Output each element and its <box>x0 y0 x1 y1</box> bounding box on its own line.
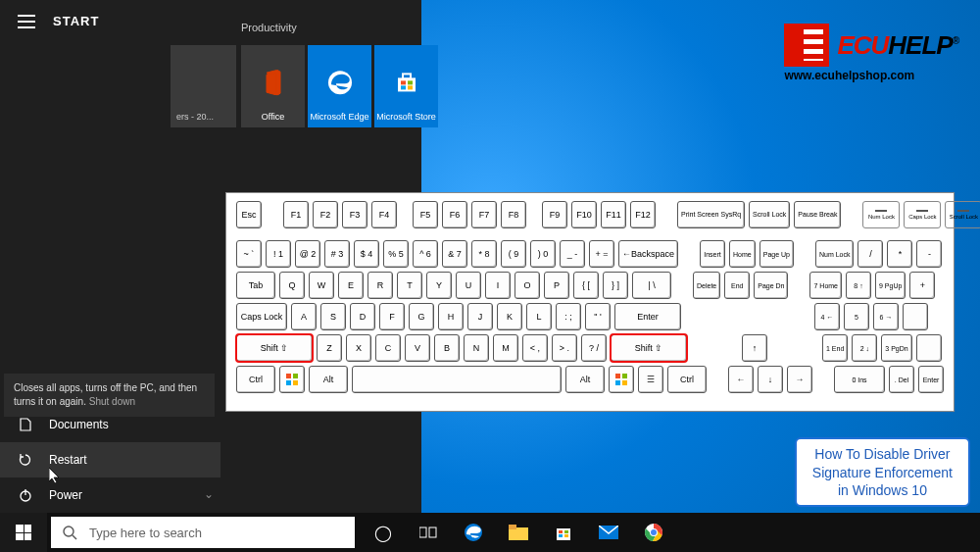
key-6: ^ 6 <box>413 240 438 268</box>
key-x: X <box>346 334 371 362</box>
taskbar-cortana[interactable]: ◯ <box>361 513 406 552</box>
key-rbracket: } ] <box>603 272 628 299</box>
taskbar-edge[interactable] <box>451 513 496 552</box>
key-7: & 7 <box>442 240 467 268</box>
key-ralt: Alt <box>565 366 605 393</box>
key-np6: 6 → <box>873 303 899 330</box>
key-3: # 3 <box>324 240 350 268</box>
key-f10: F10 <box>571 201 597 228</box>
key-f3: F3 <box>342 201 368 228</box>
key-k: K <box>497 303 522 330</box>
start-title: START <box>53 14 99 28</box>
key-pgdn: Page Dn <box>754 272 788 299</box>
key-np-add: + <box>909 272 935 299</box>
taskbar-chrome[interactable] <box>631 513 676 552</box>
key-v: V <box>405 334 430 362</box>
key-f9: F9 <box>542 201 567 228</box>
tile-group: Office Microsoft Edge Microsoft Store <box>241 45 438 127</box>
svg-rect-14 <box>615 374 620 378</box>
key-4: $ 4 <box>354 240 379 268</box>
key-enter: Enter <box>614 303 681 330</box>
key-s: S <box>320 303 346 330</box>
key-f12: F12 <box>630 201 656 228</box>
key-slash: ? / <box>581 334 607 362</box>
key-i: I <box>485 272 511 299</box>
key-backspace: ←Backspace <box>618 240 678 268</box>
tile-edge[interactable]: Microsoft Edge <box>308 45 371 127</box>
key-w: W <box>309 272 334 299</box>
windows-flag-icon <box>285 373 299 386</box>
key-f4: F4 <box>371 201 397 228</box>
restart-tooltip: Closes all apps, turns off the PC, and t… <box>4 374 215 417</box>
taskbar-taskview[interactable] <box>406 513 451 552</box>
key-p: P <box>544 272 569 299</box>
rail-restart[interactable]: Restart <box>0 442 220 477</box>
key-pause: Pause Break <box>794 201 841 228</box>
svg-rect-5 <box>401 85 406 89</box>
led-capslock: Caps Lock <box>904 201 941 228</box>
svg-rect-24 <box>509 525 516 529</box>
rail-power[interactable]: Power <box>0 477 220 513</box>
svg-rect-12 <box>286 380 291 385</box>
tile-store[interactable]: Microsoft Store <box>374 45 438 127</box>
key-scrlk: Scroll Lock <box>749 201 790 228</box>
svg-rect-3 <box>401 80 406 84</box>
edge-icon <box>327 70 353 97</box>
key-a: A <box>291 303 317 330</box>
chevron-down-icon[interactable]: ⌄ <box>204 487 214 501</box>
key-quote: " ' <box>585 303 611 330</box>
key-f6: F6 <box>442 201 467 228</box>
taskbar-store[interactable] <box>541 513 586 552</box>
key-l: L <box>526 303 552 330</box>
svg-rect-28 <box>559 534 563 537</box>
key-r: R <box>368 272 393 299</box>
key-npenter: Enter <box>918 366 944 393</box>
key-lctrl: Ctrl <box>236 366 275 393</box>
key-f7: F7 <box>471 201 497 228</box>
key-backslash: | \ <box>632 272 671 299</box>
svg-point-33 <box>651 529 657 535</box>
key-home: Home <box>729 240 756 268</box>
key-h: H <box>438 303 464 330</box>
logo-mark-icon <box>784 24 829 67</box>
svg-rect-17 <box>622 380 627 385</box>
svg-rect-11 <box>293 374 298 378</box>
key-q: Q <box>279 272 305 299</box>
key-right: → <box>787 366 812 393</box>
taskbar: Type here to search ◯ <box>0 513 980 552</box>
key-np-divide: / <box>858 240 883 268</box>
svg-point-18 <box>64 527 74 536</box>
key-t: T <box>397 272 422 299</box>
key-tab: Tab <box>236 272 275 299</box>
taskbar-explorer[interactable] <box>496 513 541 552</box>
start-left-rail: cb Documents Closes all apps, turns off … <box>0 372 220 513</box>
key-g: G <box>409 303 434 330</box>
key-np9: 9 PgUp <box>875 272 906 299</box>
start-button[interactable] <box>0 513 47 552</box>
key-np3: 3 PgDn <box>881 334 911 362</box>
key-npdot: . Del <box>889 366 914 393</box>
key-equals: + = <box>589 240 614 268</box>
led-numlock: Num Lock <box>862 201 900 228</box>
svg-rect-15 <box>622 374 627 378</box>
key-lshift: Shift ⇧ <box>236 334 313 362</box>
svg-rect-27 <box>564 530 568 533</box>
key-rshift: Shift ⇧ <box>611 334 687 362</box>
power-icon <box>18 487 33 503</box>
search-input[interactable]: Type here to search <box>51 517 355 548</box>
svg-rect-21 <box>429 527 436 537</box>
key-esc: Esc <box>236 201 262 228</box>
tile-office[interactable]: Office <box>241 45 305 127</box>
search-icon <box>63 526 77 540</box>
taskbar-mail[interactable] <box>586 513 631 552</box>
svg-rect-6 <box>408 85 413 89</box>
key-capslock: Caps Lock <box>236 303 287 330</box>
tile-partial[interactable]: ers - 20... <box>171 45 236 127</box>
svg-rect-10 <box>286 374 291 378</box>
key-lbracket: { [ <box>573 272 599 299</box>
key-z: Z <box>317 334 342 362</box>
hamburger-icon[interactable] <box>18 15 35 28</box>
key-f11: F11 <box>601 201 626 228</box>
key-np0: 0 Ins <box>834 366 885 393</box>
key-f2: F2 <box>313 201 338 228</box>
